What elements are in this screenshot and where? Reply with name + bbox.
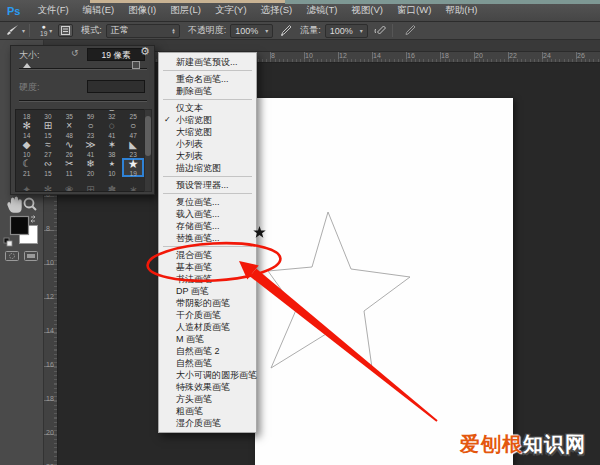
brush-size-number: 25 [130,113,137,120]
brush-preset[interactable]: ⊞ [80,177,101,192]
flyout-menu-item[interactable]: 替换画笔... [159,232,256,244]
brush-size-value[interactable]: 19 像素 [87,48,145,61]
flyout-menu-item[interactable]: 载入画笔... [159,208,256,220]
flyout-menu-item[interactable]: ✓ 小缩览图 [159,114,256,126]
ruler-number: 24 [543,52,551,59]
brush-preset[interactable]: ○ 47 [122,120,143,139]
reset-size-icon[interactable]: ↺ [71,48,79,58]
gear-icon[interactable]: ⚙ [140,45,150,58]
brush-preset[interactable]: ☾ 21 [16,158,37,177]
brush-preset[interactable]: ✦ [16,177,37,192]
flyout-menu-item[interactable]: 自然画笔 [159,357,256,369]
brush-preset[interactable]: ∿ 26 [59,139,80,158]
brush-preset[interactable]: ⊞ 15 [37,120,58,139]
flyout-menu-item[interactable]: 干介质画笔 [159,309,256,321]
brush-preset[interactable]: ❄ 20 [80,158,101,177]
flyout-menu-item[interactable]: 粗画笔 [159,405,256,417]
scrollbar[interactable] [144,109,152,192]
brush-preset[interactable]: ◣ 23 [122,139,143,158]
brush-preset[interactable]: ● 30 [37,109,58,120]
slider-thumb[interactable] [23,63,31,68]
brush-preset[interactable]: ● 59 [80,109,101,120]
new-preset-icon[interactable] [132,61,140,69]
brush-preset[interactable]: ✶ 38 [101,139,122,158]
switch-colors-icon[interactable] [31,216,35,223]
flyout-menu-item[interactable] [163,99,252,100]
flyout-menu-item[interactable]: 复位画笔... [159,196,256,208]
flyout-menu-item[interactable]: 预设管理器... [159,179,256,191]
flyout-menu-item[interactable] [163,176,252,177]
menu-bar-item[interactable]: 文字(Y) [208,0,254,21]
flyout-menu-item[interactable]: DP 画笔 [159,285,256,297]
flyout-menu-item[interactable]: 重命名画笔... [159,73,256,85]
canvas[interactable] [255,98,513,465]
menu-bar-item[interactable]: 编辑(E) [76,0,122,21]
brush-preset[interactable]: ∾ 15 [37,158,58,177]
brush-preset[interactable]: ◌ 41 [101,120,122,139]
menu-bar-item[interactable]: 文件(F) [30,0,75,21]
scrollbar-thumb[interactable] [145,116,151,156]
brush-preset[interactable]: ≈ 27 [37,139,58,158]
brush-preset[interactable]: ◆ 10 [16,139,37,158]
brush-preset[interactable]: × 48 [59,120,80,139]
flyout-menu-item[interactable]: 小列表 [159,138,256,150]
flyout-menu-item[interactable]: M 画笔 [159,333,256,345]
flyout-menu-item[interactable]: 书法画笔 [159,273,256,285]
flyout-menu-item[interactable]: 大缩览图 [159,126,256,138]
brush-tool-button[interactable]: ▾ [5,24,25,37]
toggle-brush-panel-button[interactable] [58,24,73,37]
menu-bar-item[interactable]: 图像(I) [121,0,163,21]
flyout-menu-item[interactable]: 人造材质画笔 [159,321,256,333]
zoom-tool-icon[interactable] [25,199,37,211]
flyout-menu-item[interactable]: 大列表 [159,150,256,162]
brush-preset[interactable]: ○ 23 [80,120,101,139]
flyout-menu-item[interactable] [163,70,252,71]
flyout-menu-item[interactable]: 描边缩览图 [159,162,256,174]
flyout-menu-item[interactable]: 方头画笔 [159,393,256,405]
flyout-menu-item[interactable]: 存储画笔... [159,220,256,232]
brush-preset[interactable]: ✻ [37,177,58,192]
brush-preset[interactable]: ✂ 11 [59,158,80,177]
brush-preset[interactable]: ● 18 [16,109,37,120]
brush-size-number: 23 [87,132,94,139]
flyout-menu-item[interactable] [163,193,252,194]
flyout-menu-item[interactable]: 特殊效果画笔 [159,381,256,393]
flyout-menu-item[interactable]: 新建画笔预设... [159,56,256,68]
foreground-color-swatch[interactable] [11,217,29,235]
chevron-down-icon[interactable]: ▾ [49,27,52,34]
brush-preset[interactable]: ≫ 41 [80,139,101,158]
brush-preset[interactable]: ★ 10 [101,158,122,177]
brush-preset[interactable]: ● 25 [122,109,143,120]
default-colors-icon[interactable] [4,238,12,246]
airbrush-toggle-icon[interactable] [374,24,388,37]
flyout-menu-item[interactable]: 自然画笔 2 [159,345,256,357]
quick-mask-button[interactable] [6,252,19,261]
brush-size-slider[interactable] [19,68,147,70]
tablet-pressure-size-icon[interactable] [403,24,416,37]
brush-preset[interactable]: ● 35 [59,109,80,120]
flyout-menu-item[interactable]: 带阴影的画笔 [159,297,256,309]
flyout-menu-item[interactable]: 湿介质画笔 [159,417,256,429]
brush-preset[interactable]: ◉ 32 [101,109,122,120]
brush-preset[interactable]: ∗ [122,177,143,192]
ruler-number: 20 [475,52,483,59]
watermark-prefix: 爱刨根 [460,433,523,455]
flyout-menu-item[interactable]: 混合画笔 [159,249,256,261]
opacity-combo[interactable]: 100% ▾ [230,24,273,38]
brush-preset[interactable]: ❀ [59,177,80,192]
flyout-menu-item[interactable]: 大小可调的圆形画笔 [159,369,256,381]
mode-select[interactable]: 正常 ▴▾ [106,24,180,38]
brush-size-number: 18 [23,113,30,120]
brush-preview[interactable]: ● 19 [40,25,47,36]
flyout-menu-item[interactable]: 仅文本 [159,102,256,114]
screen-mode-button[interactable] [25,252,38,261]
flyout-menu-item[interactable]: 基本画笔 [159,261,256,273]
brush-preset[interactable]: ✻ 14 [16,120,37,139]
flyout-menu-item[interactable]: 删除画笔 [159,85,256,97]
flyout-menu-item[interactable] [163,246,252,247]
menu-bar-item[interactable]: 图层(L) [163,0,208,21]
brush-preset[interactable]: ★ 19 [122,158,143,177]
brush-preset[interactable]: ✽ [101,177,122,192]
tablet-pressure-opacity-icon[interactable] [279,24,292,37]
flow-combo[interactable]: 100% ▾ [325,24,368,38]
